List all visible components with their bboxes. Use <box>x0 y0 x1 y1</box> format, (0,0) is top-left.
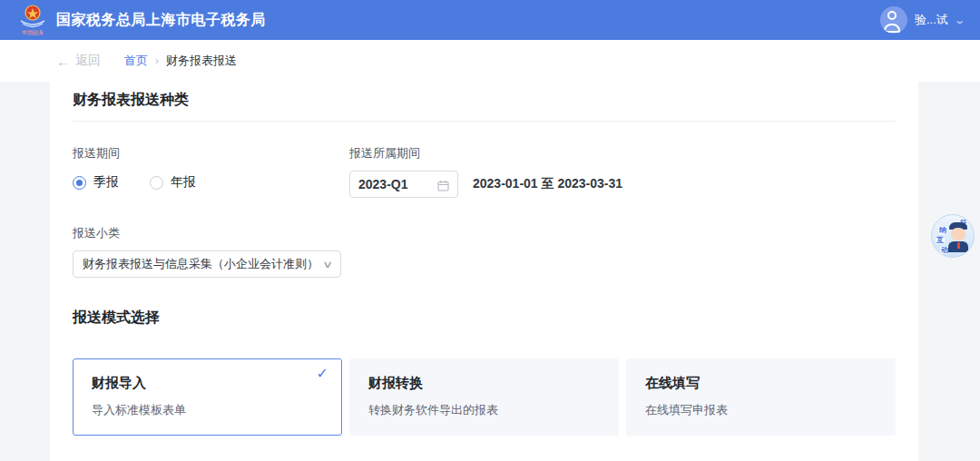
belong-period-label: 报送所属期间 <box>349 145 622 162</box>
tax-emblem-icon: 中国税务 <box>18 4 47 36</box>
filing-subtype-label: 报送小类 <box>73 225 896 241</box>
belong-period-range-text: 2023-01-01 至 2023-03-31 <box>473 176 622 192</box>
date-value: 2023-Q1 <box>358 177 407 191</box>
mascot-char: 纳 <box>938 226 947 234</box>
app-title: 国家税务总局上海市电子税务局 <box>56 11 266 30</box>
check-icon: ✓ <box>317 365 328 382</box>
user-menu[interactable]: 验...试 ⌄ <box>880 6 964 34</box>
breadcrumb-bar: ← 返回 首页 › 财务报表报送 <box>0 40 980 82</box>
back-button[interactable]: ← 返回 <box>56 53 101 69</box>
breadcrumb-current: 财务报表报送 <box>166 53 237 69</box>
chevron-down-icon: ⌄ <box>954 15 965 26</box>
filing-period-radio-group: 季报 年报 <box>73 174 349 191</box>
breadcrumb: 首页 › 财务报表报送 <box>124 53 237 69</box>
calendar-icon <box>437 179 449 191</box>
main-panel: 财务报表报送种类 报送期间 季报 年报 报送所属期间 2023-Q1 <box>50 82 918 461</box>
divider <box>73 121 896 122</box>
breadcrumb-home-link[interactable]: 首页 <box>124 53 148 69</box>
tax-interaction-mascot-widget[interactable]: 纳 征 互 动 <box>931 214 975 258</box>
card-title: 财报转换 <box>368 375 600 392</box>
radio-icon <box>73 176 86 190</box>
radio-label: 年报 <box>171 174 196 191</box>
belong-period-date-input[interactable]: 2023-Q1 <box>349 171 458 198</box>
back-label: 返回 <box>75 53 101 69</box>
radio-icon <box>150 176 163 190</box>
card-financial-report-convert[interactable]: 财报转换 转换财务软件导出的报表 <box>349 358 619 436</box>
radio-label: 季报 <box>93 174 119 191</box>
section-title-filing-mode: 报送模式选择 <box>73 309 896 328</box>
section-title-filing-type: 财务报表报送种类 <box>73 91 896 110</box>
select-value: 财务报表报送与信息采集（小企业会计准则） <box>83 256 318 272</box>
card-financial-report-import[interactable]: ✓ 财报导入 导入标准模板表单 <box>73 358 342 436</box>
mascot-char: 互 <box>936 236 945 244</box>
card-description: 转换财务软件导出的报表 <box>368 402 600 418</box>
back-arrow-icon: ← <box>56 54 70 69</box>
breadcrumb-separator: › <box>155 54 159 67</box>
header-bar: 中国税务 国家税务总局上海市电子税务局 验...试 ⌄ <box>0 0 980 40</box>
user-avatar-icon <box>880 6 907 34</box>
user-name: 验...试 <box>915 12 948 28</box>
radio-option-annual[interactable]: 年报 <box>150 174 196 191</box>
filing-period-label: 报送期间 <box>73 145 349 162</box>
radio-option-quarterly[interactable]: 季报 <box>73 174 119 191</box>
card-title: 在线填写 <box>645 375 877 392</box>
svg-text:中国税务: 中国税务 <box>22 30 44 36</box>
card-description: 在线填写申报表 <box>645 402 877 418</box>
filing-mode-cards: ✓ 财报导入 导入标准模板表单 财报转换 转换财务软件导出的报表 在线填写 在线… <box>73 358 896 436</box>
card-online-fill[interactable]: 在线填写 在线填写申报表 <box>626 358 896 436</box>
card-title: 财报导入 <box>92 375 323 392</box>
filing-subtype-select[interactable]: 财务报表报送与信息采集（小企业会计准则） ∨ <box>73 250 341 278</box>
card-description: 导入标准模板表单 <box>92 402 323 418</box>
chevron-down-icon: ∨ <box>322 259 333 270</box>
